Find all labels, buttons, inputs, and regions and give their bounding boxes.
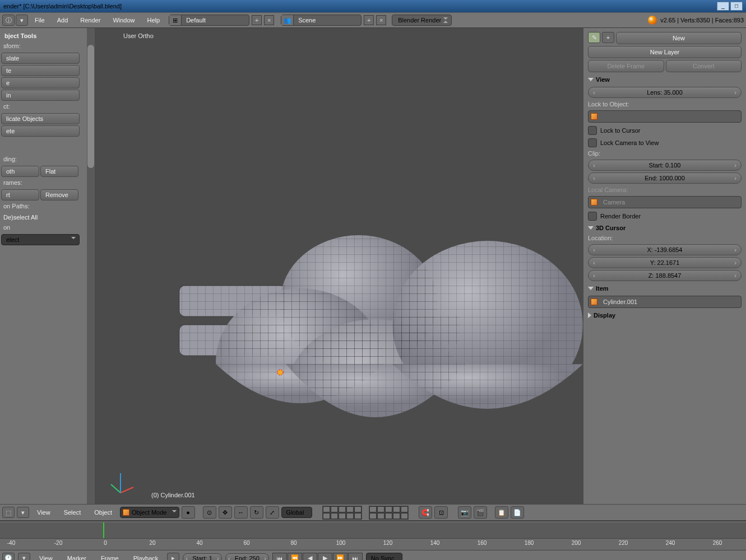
menu-help[interactable]: Help [142,15,166,26]
3d-viewport[interactable]: User Ortho [95,28,583,504]
new-button[interactable]: New [616,32,742,44]
translate-button[interactable]: slate [1,53,80,64]
menu-render[interactable]: Render [75,15,106,26]
layout-selector[interactable]: ⊞ Default [169,15,249,26]
smooth-button[interactable]: oth [1,166,39,177]
timeline-playback-menu[interactable]: Playback [128,553,164,561]
lock-cursor-checkbox[interactable]: Lock to Cursor [588,124,742,137]
insert-keyframe-button[interactable]: rt [1,189,39,200]
menu-add[interactable]: Add [52,15,74,26]
tool-shelf-title: bject Tools [1,30,94,41]
timeline-track[interactable] [0,522,746,538]
timeline-view-menu[interactable]: View [34,553,58,561]
origin-button[interactable]: in [1,90,80,101]
pencil-icon[interactable]: ✎ [588,32,600,43]
layer-buttons[interactable] [322,506,362,520]
remove-scene-icon[interactable]: × [376,15,386,25]
add-scene-icon[interactable]: + [364,15,374,25]
scale-button[interactable]: e [1,77,80,88]
rotate-manip-icon[interactable]: ↻ [250,506,263,519]
prev-key-icon[interactable]: ⏪ [288,553,302,561]
transform-label: sform: [1,41,94,52]
delete-button[interactable]: ete [1,125,80,137]
pivot-icon[interactable]: ⊙ [203,506,216,519]
object-mode-icon [123,509,129,516]
editor-type-icon[interactable]: ⓘ [2,15,15,26]
minimize-icon[interactable]: _ [717,2,729,11]
timeline[interactable]: -40-200204060801001201401601802002202402… [0,521,746,550]
play-reverse-icon[interactable]: ◀ [303,553,317,561]
next-key-icon[interactable]: ⏩ [333,553,347,561]
timeline-editor-icon[interactable]: 🕐 [2,553,15,561]
lock-camera-checkbox[interactable]: Lock Camera to View [588,137,742,149]
timeline-frame-menu[interactable]: Frame [95,553,124,561]
snap-target-icon[interactable]: ⊡ [434,506,448,519]
render-engine-select[interactable]: Blender Render [392,15,452,26]
cursor-x-field[interactable]: ‹X: -139.6854› [588,244,742,255]
menu-file[interactable]: File [29,15,50,26]
display-panel-header[interactable]: Display [588,310,742,321]
add-layout-icon[interactable]: + [252,15,262,25]
shading-sphere-icon[interactable]: ● [182,506,195,519]
cursor-panel-header[interactable]: 3D Cursor [588,222,742,234]
clip-end-field[interactable]: ‹End: 1000.000› [588,172,742,184]
item-panel-header[interactable]: Item [588,283,742,294]
chevron-right-icon[interactable]: ▸ [167,553,179,561]
sync-mode-select[interactable]: No Sync [366,553,403,561]
properties-panel: ✎ + New New Layer Delete Frame Convert V… [583,28,746,504]
render-border-checkbox[interactable]: Render Border [588,210,742,222]
view-menu[interactable]: View [31,507,56,518]
view-panel-header[interactable]: View [588,74,742,85]
remove-layout-icon[interactable]: × [264,15,274,25]
scale-manip-icon[interactable]: ⤢ [266,506,279,519]
scene-selector[interactable]: 👥 Scene [281,15,362,26]
remove-keyframe-button[interactable]: Remove [40,189,78,200]
object-menu[interactable]: Object [89,507,118,518]
convert-button[interactable]: Convert [666,60,742,72]
timeline-marker-menu[interactable]: Marker [62,553,92,561]
mode-selector[interactable]: Object Mode [120,507,179,518]
orientation-select[interactable]: Global [281,507,313,518]
scene-name: Scene [294,17,361,24]
duplicate-button[interactable]: licate Objects [1,113,80,124]
maximize-icon[interactable]: □ [730,2,743,11]
frame-end-field[interactable]: ‹End: 250› [225,553,269,561]
snap-icon[interactable]: 🧲 [419,506,432,519]
clip-start-field[interactable]: ‹Start: 0.100› [588,160,742,171]
copy-icon[interactable]: 📋 [495,506,508,519]
playhead[interactable] [103,522,104,538]
jump-end-icon[interactable]: ⏭ [348,553,363,561]
new-layer-button[interactable]: New Layer [588,46,742,58]
clapperboard-icon[interactable]: 🎬 [474,506,487,519]
delete-frame-button[interactable]: Delete Frame [588,60,664,72]
item-name-field[interactable]: Cylinder.001 [588,296,742,308]
translate-manip-icon[interactable]: ↔ [234,506,248,519]
menu-window[interactable]: Window [107,15,140,26]
chevron-down-icon[interactable]: ▾ [16,15,28,26]
flat-button[interactable]: Flat [40,166,78,177]
play-icon[interactable]: ▶ [318,553,332,561]
manipulator-icon[interactable]: ✥ [219,506,232,519]
cursor-y-field[interactable]: ‹Y: 22.1671› [588,257,742,268]
lens-field[interactable]: ‹Lens: 35.000› [588,87,742,98]
jump-start-icon[interactable]: ⏮ [272,553,287,561]
add-icon[interactable]: + [602,32,614,43]
region-select[interactable]: elect [1,234,80,245]
rotate-button[interactable]: te [1,65,80,76]
shading-label: ding: [1,155,94,165]
scene-browse-icon[interactable]: 👥 [281,15,294,25]
layout-browse-icon[interactable]: ⊞ [169,15,182,25]
region-label: on [1,223,94,233]
render-preview-icon[interactable]: 📷 [458,506,471,519]
layer-buttons-2[interactable] [369,506,409,520]
frame-start-field[interactable]: ‹Start: 1› [183,553,221,561]
select-menu[interactable]: Select [58,507,87,518]
lock-object-field[interactable] [588,110,742,123]
paste-icon[interactable]: 📄 [511,506,524,519]
toolshelf-scrollbar[interactable] [87,28,95,504]
editor-type-icon[interactable]: ⬚ [2,507,15,518]
chevron-down-icon[interactable]: ▾ [18,553,30,561]
local-camera-field[interactable]: Camera [588,196,742,208]
chevron-down-icon[interactable]: ▾ [17,507,29,518]
cursor-z-field[interactable]: ‹Z: 188.8547› [588,270,742,281]
